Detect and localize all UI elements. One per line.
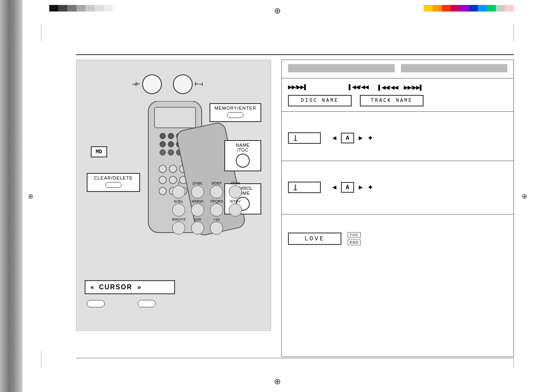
cursor-display-1 [288,132,321,144]
svg-point-6 [160,141,166,147]
top-color-bars-right [424,5,514,12]
hr-bottom [76,358,514,358]
section-disc-track: ▶▶/▶▶▌ ▌◀◀/◀◀ ▌◀◀/◀◀ ▶▶/▶▶▌ DISC NAME TR… [282,78,514,112]
ff-symbol-right: ▶▶/▶▶▌ [404,83,424,91]
rewind-symbol-left: ▌◀◀/◀◀ [349,84,368,90]
crosshair-left: ⊕ [28,192,33,200]
crosshair-bottom-center: ⊕ [274,376,281,386]
clear-delete-label: CLEAR/DELETE [87,173,140,192]
svg-point-7 [168,141,174,147]
svg-point-10 [160,150,166,155]
crosshair-right: ⊕ [522,192,527,200]
section-love: LOVE TOC END [282,214,514,260]
transport-left: ⊣⊢ [132,74,162,94]
sidebar-strip [0,0,23,392]
name-toc-label: NAME /TOC [224,140,261,171]
svg-point-2 [160,133,166,139]
svg-point-18 [159,176,166,184]
hr-top [76,54,514,55]
crosshair-top-center: ⊕ [274,6,281,16]
disc-name-display: DISC NAME [288,95,352,106]
left-panel: ⊣⊢ ⊢⊣ [76,60,271,331]
top-color-bars-left [49,5,113,12]
cursor-display-2 [288,182,321,193]
svg-point-3 [168,133,174,139]
cursor-section: « CURSOR » [85,280,175,294]
rewind-symbol-right: ▌◀◀/◀◀ [378,83,398,91]
md-badge: MD [91,146,107,157]
svg-point-11 [168,150,174,155]
end-label: END [348,240,361,245]
header-bar-right [401,64,508,72]
track-name-display: TRACK NAME [360,95,424,106]
section-cursor-2: ◄ A ► ✦ [282,161,514,214]
fast-forward-symbol: ▶▶/▶▶▌ [288,84,308,90]
memory-enter-label: MEMORY/ENTER [210,103,261,122]
transport-right: ⊢⊣ [173,74,203,94]
svg-point-22 [159,187,166,195]
section-cursor-1: ◄ A ► ✦ [282,112,514,161]
right-panel: ▶▶/▶▶▌ ▌◀◀/◀◀ ▌◀◀/◀◀ ▶▶/▶▶▌ DISC NAME TR… [281,60,514,357]
remote-drawing: ⊣⊢ ⊢⊣ [83,68,263,311]
svg-point-14 [159,165,166,173]
section-header [282,60,514,78]
svg-point-15 [169,165,177,173]
header-bar-left [288,64,395,72]
char-select-display-1: ◄ A ► ✦ [331,133,373,143]
toc-label: TOC [348,232,361,238]
char-select-display-2: ◄ A ► ✦ [331,182,373,193]
svg-rect-1 [154,107,196,128]
love-display: LOVE [288,233,341,245]
